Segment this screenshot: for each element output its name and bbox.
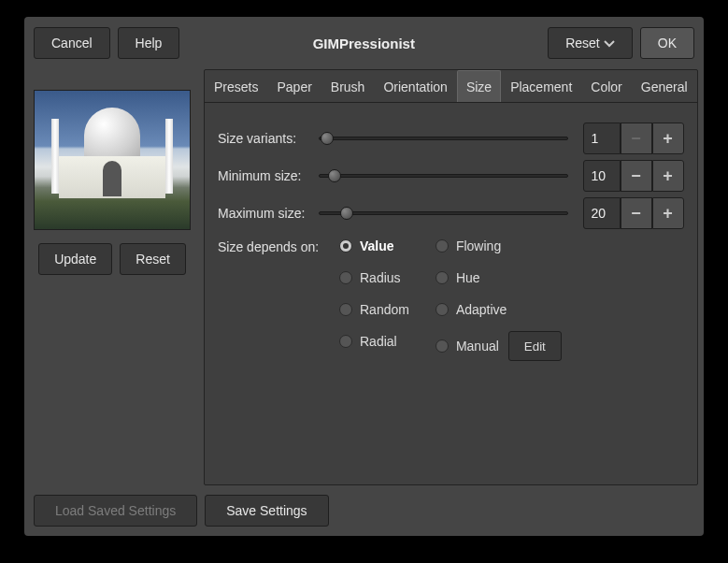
tab-size[interactable]: Size xyxy=(457,70,501,102)
radio-dot-icon xyxy=(339,239,352,253)
maximum-size-decrement[interactable]: − xyxy=(621,197,652,229)
minimum-size-input[interactable] xyxy=(583,160,621,192)
maximum-size-slider[interactable] xyxy=(319,211,568,215)
chevron-down-icon xyxy=(604,36,615,51)
radio-dot-icon xyxy=(435,339,449,353)
size-variants-label: Size variants: xyxy=(218,131,311,146)
help-button[interactable]: Help xyxy=(118,27,180,59)
tab-color[interactable]: Color xyxy=(581,70,631,102)
plus-icon: + xyxy=(663,204,673,224)
maximum-size-input[interactable] xyxy=(583,197,621,229)
edit-button[interactable]: Edit xyxy=(508,331,562,361)
radio-adaptive[interactable]: Adaptive xyxy=(435,299,562,320)
tab-brush[interactable]: Brush xyxy=(321,70,375,102)
tab-placement[interactable]: Placement xyxy=(501,70,581,102)
minus-icon: − xyxy=(631,129,641,149)
reset-menu-button[interactable]: Reset xyxy=(548,27,633,59)
size-variants-input[interactable] xyxy=(583,123,621,154)
plus-icon: + xyxy=(663,166,673,186)
radio-flowing[interactable]: Flowing xyxy=(435,236,562,256)
maximum-size-increment[interactable]: + xyxy=(652,197,684,229)
preview-reset-button[interactable]: Reset xyxy=(120,243,186,275)
reset-label: Reset xyxy=(565,36,600,51)
minus-icon: − xyxy=(631,166,641,186)
size-variants-slider[interactable] xyxy=(319,137,568,140)
tab-content-size: Size variants: − + Minimum size: − + xyxy=(205,103,697,484)
maximum-size-label: Maximum size: xyxy=(218,206,311,221)
radio-dot-icon xyxy=(435,271,449,284)
radio-label: Adaptive xyxy=(456,302,507,317)
radio-manual[interactable]: Manual xyxy=(435,336,499,356)
load-settings-button[interactable]: Load Saved Settings xyxy=(34,495,197,527)
radio-dot-icon xyxy=(339,271,352,284)
radio-label: Flowing xyxy=(456,238,501,253)
minimum-size-decrement[interactable]: − xyxy=(621,160,652,192)
settings-panel: PresetsPaperBrushOrientationSizePlacemen… xyxy=(204,69,698,485)
radio-label: Manual xyxy=(456,339,499,354)
radio-dot-icon xyxy=(339,303,352,316)
radio-radius[interactable]: Radius xyxy=(339,267,409,288)
save-settings-button[interactable]: Save Settings xyxy=(205,495,328,527)
radio-label: Value xyxy=(360,238,394,253)
radio-dot-icon xyxy=(339,335,352,348)
tab-orientation[interactable]: Orientation xyxy=(374,70,456,102)
radio-dot-icon xyxy=(435,303,449,316)
tab-presets[interactable]: Presets xyxy=(205,70,267,102)
preview-image xyxy=(34,90,191,230)
radio-label: Radial xyxy=(360,334,397,349)
size-variants-increment[interactable]: + xyxy=(652,123,684,154)
dialog-title: GIMPressionist xyxy=(179,36,548,51)
radio-dot-icon xyxy=(435,239,449,253)
tab-paper[interactable]: Paper xyxy=(267,70,321,102)
preview-panel: Update Reset xyxy=(34,69,191,485)
minimum-size-label: Minimum size: xyxy=(218,168,311,183)
dialog: Cancel Help GIMPressionist Reset OK Upda… xyxy=(24,17,704,536)
radio-hue[interactable]: Hue xyxy=(435,267,562,288)
radio-label: Random xyxy=(360,302,409,317)
radio-value[interactable]: Value xyxy=(339,236,409,256)
radio-radial[interactable]: Radial xyxy=(339,331,409,352)
cancel-button[interactable]: Cancel xyxy=(34,27,110,59)
ok-button[interactable]: OK xyxy=(640,27,694,59)
radio-random[interactable]: Random xyxy=(339,299,409,320)
update-button[interactable]: Update xyxy=(38,243,112,275)
size-depends-label: Size depends on: xyxy=(218,236,321,254)
titlebar: Cancel Help GIMPressionist Reset OK xyxy=(34,26,694,60)
minimum-size-slider[interactable] xyxy=(319,174,568,178)
minimum-size-increment[interactable]: + xyxy=(652,160,684,192)
plus-icon: + xyxy=(663,129,673,149)
tab-general[interactable]: General xyxy=(632,70,697,102)
minus-icon: − xyxy=(631,204,641,224)
tab-bar: PresetsPaperBrushOrientationSizePlacemen… xyxy=(205,70,697,103)
radio-label: Radius xyxy=(360,270,401,285)
size-variants-decrement[interactable]: − xyxy=(621,123,652,154)
radio-label: Hue xyxy=(456,270,480,285)
